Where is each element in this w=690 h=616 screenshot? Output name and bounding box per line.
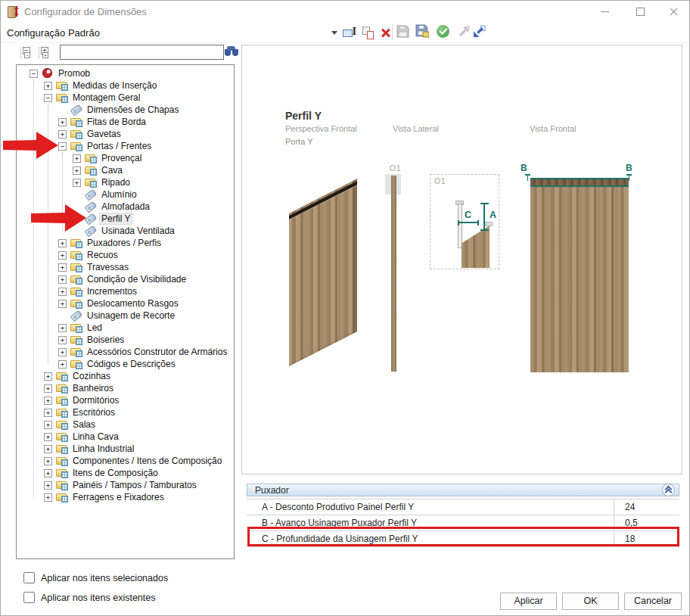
expander-icon[interactable] <box>58 251 67 260</box>
tree-node-icon <box>70 274 82 285</box>
binoculars-search-icon[interactable] <box>225 46 238 58</box>
apply-catalog-check-icon[interactable] <box>437 25 449 38</box>
collapse-group-chevron-icon[interactable] <box>662 484 675 496</box>
minimize-button[interactable] <box>592 2 618 20</box>
tree-item[interactable]: Cava <box>17 164 234 176</box>
expander-icon[interactable] <box>44 82 52 90</box>
tree-item[interactable]: Códigos e Descrições <box>17 358 234 370</box>
expander-icon[interactable] <box>44 94 52 102</box>
expand-all-icon[interactable]: ++ <box>39 47 49 58</box>
expander-icon[interactable] <box>44 384 52 393</box>
expander-icon[interactable] <box>44 457 52 465</box>
tree-item[interactable]: Alumínio <box>17 188 234 201</box>
tree-item[interactable]: Dormitórios <box>17 394 234 406</box>
tree-search-input[interactable] <box>60 45 224 60</box>
expander-icon[interactable] <box>44 409 52 417</box>
tree-item[interactable]: Deslocamento Rasgos <box>17 297 234 310</box>
tree-item-label: Promob <box>57 68 92 79</box>
tree-item[interactable]: Fitas de Borda <box>17 116 234 128</box>
tree-item[interactable]: Condição de Visibilidade <box>17 273 234 285</box>
expander-icon[interactable] <box>44 372 52 381</box>
checkbox[interactable] <box>23 592 35 603</box>
tree-item[interactable]: Banheiros <box>17 382 234 394</box>
expander-icon[interactable] <box>44 493 52 502</box>
tree-item[interactable]: Cozinhas <box>17 370 234 382</box>
tree-item[interactable]: Painéis / Tampos / Tamburatos <box>17 479 234 491</box>
expander-icon[interactable] <box>58 288 67 296</box>
expander-icon[interactable] <box>58 142 67 151</box>
collapse-all-icon[interactable]: −− <box>20 47 31 58</box>
combo-dropdown-arrow-icon[interactable] <box>331 31 337 38</box>
tree-item[interactable]: Acessórios Construtor de Armários <box>17 346 234 358</box>
configuration-tree[interactable]: Promob Medidas de Inserção Montagem Gera… <box>16 64 235 559</box>
tree-item[interactable]: Perfil Y <box>17 213 234 225</box>
expander-icon[interactable] <box>44 469 52 478</box>
tree-item[interactable]: Montagem Geral <box>17 92 234 104</box>
duplicate-configuration-icon[interactable] <box>362 26 375 39</box>
tree-item[interactable]: Salas <box>17 418 234 431</box>
tree-item[interactable]: Provençal <box>17 152 234 164</box>
tree-item[interactable]: Ferragens e Fixadores <box>17 491 234 503</box>
tree-item[interactable]: Componentes / Itens de Composição <box>17 455 234 467</box>
tree-item-label: Componentes / Itens de Composição <box>71 456 223 466</box>
expander-icon[interactable] <box>58 275 67 284</box>
tree-item[interactable]: Usinada Ventilada <box>17 225 234 237</box>
apply-button[interactable]: Aplicar <box>500 593 557 610</box>
expander-icon[interactable] <box>58 118 67 126</box>
rename-configuration-icon[interactable] <box>343 26 356 39</box>
tree-item[interactable]: Usinagem de Recorte <box>17 310 234 322</box>
expander-icon[interactable] <box>73 166 81 175</box>
expander-icon[interactable] <box>58 348 67 356</box>
tree-item[interactable]: Itens de Composição <box>17 467 234 479</box>
tree-item-label: Banheiros <box>71 383 115 394</box>
expander-icon[interactable] <box>58 360 67 369</box>
tree-item[interactable]: Incrementos <box>17 285 234 297</box>
expander-icon[interactable] <box>58 300 67 308</box>
close-button[interactable] <box>660 2 686 20</box>
tree-item[interactable]: Ripado <box>17 176 234 188</box>
expander-icon[interactable] <box>58 239 67 247</box>
expander-icon[interactable] <box>44 433 52 441</box>
tree-item[interactable]: Dimensões de Chapas <box>17 104 234 116</box>
expander-icon[interactable] <box>58 263 67 272</box>
expander-icon[interactable] <box>44 421 52 429</box>
tree-item[interactable]: Linha Industrial <box>17 443 234 455</box>
checkbox-row: Aplicar nos itens selecionados <box>23 572 168 583</box>
property-value-field[interactable]: 24 <box>614 499 679 515</box>
import-arrow-icon[interactable] <box>473 25 486 39</box>
delete-configuration-icon[interactable] <box>379 26 393 39</box>
expander-icon[interactable] <box>44 445 52 453</box>
tree-item[interactable]: Almofadada <box>17 201 234 213</box>
expander-icon[interactable] <box>73 154 81 163</box>
tree-item[interactable]: Boiseries <box>17 334 234 346</box>
property-value-field[interactable]: 18 <box>614 531 679 546</box>
cancel-button[interactable]: Cancelar <box>624 593 682 610</box>
tree-item[interactable]: Led <box>17 322 234 334</box>
expander-icon[interactable] <box>30 70 38 78</box>
checkbox[interactable] <box>23 572 35 583</box>
tree-item[interactable]: Recuos <box>17 249 234 261</box>
expander-icon[interactable] <box>58 324 67 332</box>
expander-icon[interactable] <box>58 130 67 138</box>
configuration-combobox[interactable]: Configuração Padrão <box>7 27 100 39</box>
property-value-field[interactable]: 0,5 <box>614 515 679 530</box>
tree-item[interactable]: Promob <box>17 67 234 79</box>
tree-item[interactable]: Linha Cava <box>17 431 234 443</box>
tree-item[interactable]: Puxadores / Perfis <box>17 237 234 249</box>
tree-item[interactable]: Travessas <box>17 261 234 273</box>
tree-item[interactable]: Portas / Frentes <box>17 140 234 152</box>
expander-icon[interactable] <box>73 179 81 187</box>
maximize-button[interactable] <box>627 2 653 20</box>
ok-button[interactable]: OK <box>562 593 619 610</box>
tree-item[interactable]: Gavetas <box>17 128 234 140</box>
expander-icon[interactable] <box>44 397 52 405</box>
tree-item[interactable]: Escritórios <box>17 406 234 418</box>
save-as-icon[interactable] <box>415 24 429 38</box>
save-icon[interactable] <box>396 25 410 39</box>
tree-item-label: Puxadores / Perfis <box>85 238 163 248</box>
tree-item[interactable]: Medidas de Inserção <box>17 79 234 92</box>
locate-arrow-icon[interactable] <box>458 26 471 39</box>
door-dimension-icon <box>8 5 20 17</box>
expander-icon[interactable] <box>58 336 67 344</box>
expander-icon[interactable] <box>44 481 52 490</box>
